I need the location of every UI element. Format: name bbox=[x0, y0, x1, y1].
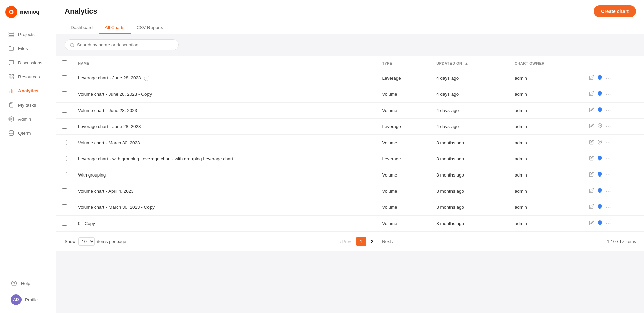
pin-icon[interactable] bbox=[597, 156, 602, 162]
row-checkbox[interactable] bbox=[62, 188, 67, 193]
table-row: Volume chart - March 30, 2023 - Copy Vol… bbox=[56, 199, 644, 216]
more-actions-icon[interactable]: ··· bbox=[606, 172, 611, 178]
tab-all-charts[interactable]: All Charts bbox=[99, 22, 131, 34]
sidebar-item-resources[interactable]: Resources bbox=[3, 70, 53, 83]
search-bar[interactable] bbox=[65, 39, 179, 50]
sidebar-nav: Projects Files Discussions Resources Ana bbox=[0, 24, 56, 272]
col-actions bbox=[584, 56, 644, 70]
row-actions: ··· bbox=[589, 172, 639, 178]
row-name-cell: Volume chart - March 30, 2023 - Copy bbox=[73, 199, 377, 216]
svg-rect-2 bbox=[9, 32, 14, 33]
row-updated-cell: 3 months ago bbox=[431, 199, 509, 216]
edit-icon[interactable] bbox=[589, 107, 594, 114]
search-wrapper bbox=[56, 34, 644, 56]
row-actions: ··· bbox=[589, 91, 639, 97]
edit-icon[interactable] bbox=[589, 140, 594, 146]
row-type-cell: Leverage bbox=[377, 70, 431, 86]
logo[interactable]: memoq bbox=[0, 0, 56, 24]
items-per-page-select[interactable]: 10 25 50 bbox=[78, 237, 95, 246]
svg-point-19 bbox=[599, 76, 600, 78]
more-actions-icon[interactable]: ··· bbox=[606, 204, 611, 210]
edit-icon[interactable] bbox=[589, 91, 594, 97]
row-checkbox[interactable] bbox=[62, 172, 67, 177]
row-actions-cell: ··· bbox=[584, 199, 644, 216]
edit-icon[interactable] bbox=[589, 123, 594, 130]
row-updated-cell: 3 months ago bbox=[431, 151, 509, 167]
more-actions-icon[interactable]: ··· bbox=[606, 91, 611, 97]
more-actions-icon[interactable]: ··· bbox=[606, 124, 611, 130]
create-chart-button[interactable]: Create chart bbox=[594, 5, 636, 17]
row-actions: ··· bbox=[589, 220, 639, 227]
edit-icon[interactable] bbox=[589, 156, 594, 162]
row-owner-cell: admin bbox=[509, 70, 584, 86]
svg-point-27 bbox=[599, 205, 600, 207]
next-button[interactable]: Next › bbox=[378, 237, 398, 246]
row-checkbox[interactable] bbox=[62, 221, 67, 226]
table-row: 0 - Copy Volume 3 months ago admin ··· bbox=[56, 216, 644, 232]
sidebar-item-discussions[interactable]: Discussions bbox=[3, 56, 53, 69]
edit-icon[interactable] bbox=[589, 188, 594, 194]
sidebar-item-help[interactable]: Help bbox=[5, 277, 51, 290]
row-updated-cell: 3 months ago bbox=[431, 183, 509, 199]
svg-point-26 bbox=[599, 189, 600, 191]
more-actions-icon[interactable]: ··· bbox=[606, 221, 611, 227]
col-updated-on[interactable]: UPDATED ON ▲ bbox=[431, 56, 509, 70]
info-icon[interactable]: i bbox=[144, 76, 149, 81]
pin-icon[interactable] bbox=[597, 75, 602, 81]
svg-point-25 bbox=[599, 173, 600, 174]
prev-button[interactable]: ‹ Prev bbox=[336, 237, 355, 246]
sidebar-item-files[interactable]: Files bbox=[3, 42, 53, 55]
more-actions-icon[interactable]: ··· bbox=[606, 140, 611, 146]
pin-icon[interactable] bbox=[597, 188, 602, 194]
row-type-cell: Volume bbox=[377, 183, 431, 199]
row-checkbox[interactable] bbox=[62, 140, 67, 145]
sidebar-item-my-tasks[interactable]: My tasks bbox=[3, 98, 53, 112]
tab-dashboard[interactable]: Dashboard bbox=[65, 22, 99, 34]
col-checkbox bbox=[56, 56, 73, 70]
pin-icon[interactable] bbox=[597, 123, 602, 130]
pin-icon[interactable] bbox=[597, 140, 602, 146]
svg-point-15 bbox=[12, 281, 17, 286]
row-checkbox[interactable] bbox=[62, 75, 67, 80]
row-type-cell: Volume bbox=[377, 86, 431, 103]
sidebar-item-profile[interactable]: AD Profile bbox=[5, 291, 51, 308]
pin-icon[interactable] bbox=[597, 172, 602, 178]
row-checkbox[interactable] bbox=[62, 108, 67, 113]
edit-icon[interactable] bbox=[589, 220, 594, 227]
edit-icon[interactable] bbox=[589, 204, 594, 210]
row-type-cell: Volume bbox=[377, 167, 431, 183]
grid-icon bbox=[8, 73, 15, 80]
pin-icon[interactable] bbox=[597, 204, 602, 210]
page-1-button[interactable]: 1 bbox=[356, 237, 366, 246]
row-checkbox[interactable] bbox=[62, 91, 67, 96]
db-icon bbox=[8, 130, 15, 136]
row-checkbox-cell bbox=[56, 119, 73, 135]
search-input[interactable] bbox=[77, 42, 174, 47]
select-all-checkbox[interactable] bbox=[62, 60, 67, 65]
pin-icon[interactable] bbox=[597, 220, 602, 227]
row-checkbox-cell bbox=[56, 183, 73, 199]
more-actions-icon[interactable]: ··· bbox=[606, 108, 611, 114]
table-header: NAME TYPE UPDATED ON ▲ CHART OWNER bbox=[56, 56, 644, 70]
row-actions-cell: ··· bbox=[584, 135, 644, 151]
row-actions-cell: ··· bbox=[584, 167, 644, 183]
edit-icon[interactable] bbox=[589, 172, 594, 178]
sidebar-item-qterm[interactable]: Qterm bbox=[3, 126, 53, 140]
sidebar-item-admin[interactable]: Admin bbox=[3, 112, 53, 126]
page-2-button[interactable]: 2 bbox=[367, 237, 377, 246]
tab-csv-reports[interactable]: CSV Reports bbox=[131, 22, 169, 34]
chart-updated-on: 3 months ago bbox=[436, 172, 464, 178]
edit-icon[interactable] bbox=[589, 75, 594, 81]
row-checkbox[interactable] bbox=[62, 204, 67, 209]
pin-icon[interactable] bbox=[597, 107, 602, 114]
row-checkbox[interactable] bbox=[62, 156, 67, 161]
sidebar-item-analytics[interactable]: Analytics bbox=[3, 84, 53, 97]
more-actions-icon[interactable]: ··· bbox=[606, 188, 611, 194]
row-updated-cell: 3 months ago bbox=[431, 167, 509, 183]
more-actions-icon[interactable]: ··· bbox=[606, 75, 611, 81]
more-actions-icon[interactable]: ··· bbox=[606, 156, 611, 162]
pin-icon[interactable] bbox=[597, 91, 602, 97]
sidebar-item-projects[interactable]: Projects bbox=[3, 28, 53, 41]
svg-point-24 bbox=[599, 157, 600, 158]
row-checkbox[interactable] bbox=[62, 124, 67, 129]
